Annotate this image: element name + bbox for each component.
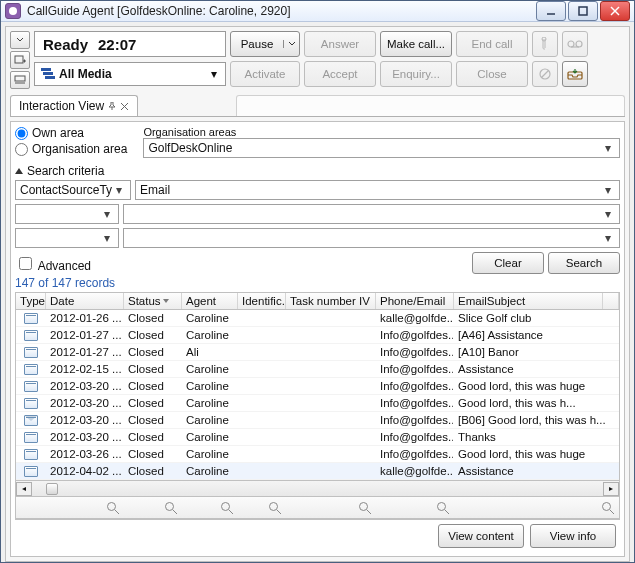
- answer-button[interactable]: Answer: [304, 31, 376, 57]
- mode-button-1[interactable]: [10, 31, 30, 49]
- svg-line-23: [229, 510, 233, 514]
- search-icon[interactable]: [220, 501, 234, 515]
- minimize-button[interactable]: [536, 1, 566, 21]
- tab-interaction-view[interactable]: Interaction View: [10, 95, 138, 116]
- view-info-button[interactable]: View info: [530, 524, 616, 548]
- card-icon: [24, 330, 38, 341]
- table-row[interactable]: 2012-02-15 ...ClosedCarolineInfo@golfdes…: [16, 361, 619, 378]
- col-phone[interactable]: Phone/Email: [376, 293, 454, 309]
- criteria-field-combo[interactable]: ContactSourceTy▾: [15, 180, 131, 200]
- svg-point-22: [222, 502, 230, 510]
- own-area-radio[interactable]: Own area: [15, 126, 127, 140]
- note-icon-button[interactable]: [532, 31, 558, 57]
- enquiry-button[interactable]: Enquiry...: [380, 61, 452, 87]
- table-row[interactable]: 2012-03-26 ...ClosedCarolineInfo@golfdes…: [16, 446, 619, 463]
- end-call-button[interactable]: End call: [456, 31, 528, 57]
- criteria-field-combo-2[interactable]: ▾: [15, 204, 119, 224]
- scroll-left-icon[interactable]: ◂: [16, 482, 32, 496]
- svg-line-19: [115, 510, 119, 514]
- make-call-button[interactable]: Make call...: [380, 31, 452, 57]
- search-icon[interactable]: [601, 501, 615, 515]
- accept-button[interactable]: Accept: [304, 61, 376, 87]
- table-row[interactable]: 2012-04-02 ...ClosedCarolinekalle@golfde…: [16, 463, 619, 480]
- card-icon: [24, 347, 38, 358]
- card-icon: [24, 313, 38, 324]
- search-icon[interactable]: [436, 501, 450, 515]
- svg-line-14: [542, 71, 549, 78]
- svg-point-24: [270, 502, 278, 510]
- pause-dropdown-icon[interactable]: [283, 40, 299, 48]
- search-icon[interactable]: [358, 501, 372, 515]
- col-ident[interactable]: Identific...: [238, 293, 286, 309]
- pause-button[interactable]: Pause: [230, 31, 300, 57]
- scroll-thumb[interactable]: [46, 483, 58, 495]
- scroll-spacer: [603, 293, 619, 309]
- scroll-right-icon[interactable]: ▸: [603, 482, 619, 496]
- table-row[interactable]: 2012-03-20 ...ClosedCarolineInfo@golfdes…: [16, 395, 619, 412]
- chevron-down-icon: ▾: [601, 141, 615, 155]
- status-box: Ready 22:07: [34, 31, 226, 57]
- card-icon: [24, 364, 38, 375]
- horizontal-scrollbar[interactable]: ◂ ▸: [16, 480, 619, 496]
- svg-point-28: [438, 502, 446, 510]
- criteria-field-combo-3[interactable]: ▾: [15, 228, 119, 248]
- svg-line-27: [367, 510, 371, 514]
- voicemail-icon-button[interactable]: [562, 31, 588, 57]
- org-area-radio[interactable]: Organisation area: [15, 142, 127, 156]
- close-call-button[interactable]: Close: [456, 61, 528, 87]
- col-date[interactable]: Date: [46, 293, 124, 309]
- mode-button-2[interactable]: [10, 71, 30, 89]
- search-icon[interactable]: [106, 501, 120, 515]
- clear-button[interactable]: Clear: [472, 252, 544, 274]
- search-icon[interactable]: [268, 501, 282, 515]
- col-status[interactable]: Status: [124, 293, 182, 309]
- col-subj[interactable]: EmailSubject: [454, 293, 603, 309]
- advanced-checkbox[interactable]: Advanced: [15, 254, 91, 273]
- col-agent[interactable]: Agent: [182, 293, 238, 309]
- svg-line-21: [173, 510, 177, 514]
- pin-icon[interactable]: [108, 102, 116, 110]
- criteria-value-combo-3[interactable]: ▾: [123, 228, 620, 248]
- search-icon[interactable]: [164, 501, 178, 515]
- view-content-button[interactable]: View content: [438, 524, 524, 548]
- activate-button[interactable]: Activate: [230, 61, 300, 87]
- card-icon: [24, 432, 38, 443]
- footer: View content View info: [15, 519, 620, 552]
- search-button[interactable]: Search: [548, 252, 620, 274]
- criteria-value-combo-1[interactable]: Email▾: [135, 180, 620, 200]
- titlebar[interactable]: CallGuide Agent [GolfdeskOnline: Carolin…: [1, 1, 634, 22]
- card-icon: [24, 466, 38, 477]
- status-label: Ready: [43, 36, 88, 53]
- status-time: 22:07: [98, 36, 136, 53]
- results-grid: Type Date Status Agent Identific... Task…: [15, 292, 620, 519]
- svg-rect-7: [15, 76, 25, 81]
- table-row[interactable]: 2012-01-26 ...ClosedCarolinekalle@golfde…: [16, 310, 619, 327]
- card-icon: [24, 381, 38, 392]
- grid-header: Type Date Status Agent Identific... Task…: [16, 293, 619, 310]
- card-icon: [24, 449, 38, 460]
- table-row[interactable]: 2012-01-27 ...ClosedCarolineInfo@golfdes…: [16, 327, 619, 344]
- record-count: 147 of 147 records: [15, 276, 620, 290]
- table-row[interactable]: 2012-03-20 ...ClosedCarolineInfo@golfdes…: [16, 429, 619, 446]
- close-button[interactable]: [600, 1, 630, 21]
- add-panel-button[interactable]: [10, 51, 30, 69]
- table-row[interactable]: 2012-01-27 ...ClosedAliInfo@golfdes...[A…: [16, 344, 619, 361]
- table-row[interactable]: 2012-03-20 ...ClosedCarolineInfo@golfdes…: [16, 378, 619, 395]
- col-type[interactable]: Type: [16, 293, 46, 309]
- search-criteria-toggle[interactable]: Search criteria: [15, 164, 620, 178]
- tab-close-icon[interactable]: [120, 102, 129, 111]
- grid-body[interactable]: 2012-01-26 ...ClosedCarolinekalle@golfde…: [16, 310, 619, 480]
- inbox-icon-button[interactable]: [562, 61, 588, 87]
- media-selector[interactable]: All Media ▾: [34, 62, 226, 86]
- cancel-icon-button[interactable]: [532, 61, 558, 87]
- column-filter-row: [16, 496, 619, 518]
- table-row[interactable]: 2012-03-20 ...ClosedCarolineInfo@golfdes…: [16, 412, 619, 429]
- svg-line-25: [277, 510, 281, 514]
- svg-point-18: [108, 502, 116, 510]
- col-task[interactable]: Task number IV: [286, 293, 376, 309]
- card-icon: [24, 398, 38, 409]
- maximize-button[interactable]: [568, 1, 598, 21]
- criteria-value-combo-2[interactable]: ▾: [123, 204, 620, 224]
- tab-empty[interactable]: [236, 95, 625, 116]
- org-areas-combo[interactable]: GolfDeskOnline▾: [143, 138, 620, 158]
